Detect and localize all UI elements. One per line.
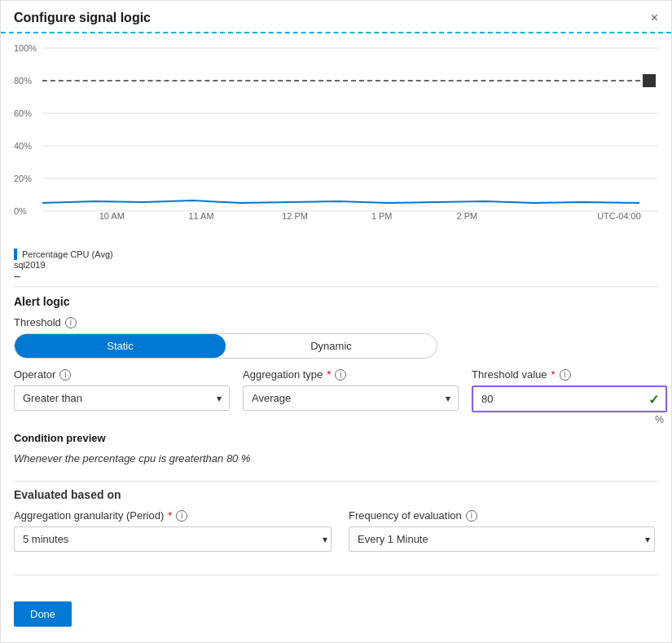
threshold-value-group: Threshold value * i ✓ % (472, 368, 667, 425)
alert-logic-section: Alert logic Threshold i Static Dynamic O… (1, 287, 671, 481)
frequency-group: Frequency of evaluation i Every 1 Minute… (349, 509, 658, 552)
threshold-label-row: Threshold i (14, 316, 658, 328)
aggregation-granularity-select[interactable]: 1 minute 5 minutes 15 minutes 30 minutes… (14, 526, 332, 552)
aggregation-granularity-label-row: Aggregation granularity (Period) * i (14, 509, 336, 522)
aggregation-type-group: Aggregation type * i Average Maximum Min… (243, 368, 459, 411)
static-toggle-btn[interactable]: Static (15, 334, 226, 358)
footer: Done (1, 588, 671, 640)
evaluated-based-on-title: Evaluated based on (14, 488, 658, 501)
threshold-check-icon: ✓ (648, 391, 659, 407)
svg-text:100%: 100% (14, 43, 37, 53)
svg-text:11 AM: 11 AM (188, 211, 213, 219)
frequency-info-icon[interactable]: i (466, 510, 477, 522)
operator-label: Operator (14, 368, 55, 381)
threshold-toggle-group: Static Dynamic (14, 333, 437, 359)
svg-text:40%: 40% (14, 141, 32, 151)
evaluated-based-on-section: Evaluated based on Aggregation granulari… (1, 482, 671, 558)
svg-rect-4 (643, 74, 656, 87)
condition-preview-title: Condition preview (14, 432, 658, 444)
aggregation-granularity-group: Aggregation granularity (Period) * i 1 m… (14, 509, 336, 552)
legend-resource: sql2019 (14, 260, 658, 270)
aggregation-type-label: Aggregation type (243, 368, 323, 381)
aggregation-type-label-row: Aggregation type * i (243, 368, 459, 381)
legend-dashes: -- (14, 270, 658, 283)
aggregation-granularity-select-wrapper: 1 minute 5 minutes 15 minutes 30 minutes… (14, 526, 336, 552)
frequency-label-row: Frequency of evaluation i (349, 509, 658, 522)
threshold-info-icon[interactable]: i (65, 317, 77, 328)
eval-row: Aggregation granularity (Period) * i 1 m… (14, 509, 658, 552)
svg-text:1 PM: 1 PM (371, 211, 393, 219)
alert-form-row: Operator i Greater than Less than Greate… (14, 368, 658, 425)
threshold-value-info-icon[interactable]: i (560, 369, 571, 381)
threshold-unit: % (472, 414, 667, 425)
chart-area: 100% 80% 60% 40% 20% 0% 10 AM 11 AM 12 P… (1, 33, 671, 245)
condition-preview-text: Whenever the percentage cpu is greaterth… (14, 452, 658, 465)
alert-logic-title: Alert logic (14, 295, 658, 308)
dynamic-toggle-btn[interactable]: Dynamic (226, 334, 437, 358)
chart-legend: Percentage CPU (Avg) sql2019 -- (1, 245, 671, 286)
svg-text:0%: 0% (14, 206, 27, 216)
threshold-value-label: Threshold value (472, 368, 547, 381)
aggregation-type-info-icon[interactable]: i (335, 369, 346, 381)
svg-text:10 AM: 10 AM (99, 211, 125, 219)
operator-group: Operator i Greater than Less than Greate… (14, 368, 230, 411)
threshold-value-label-row: Threshold value * i (472, 368, 667, 381)
svg-text:20%: 20% (14, 174, 32, 183)
threshold-label: Threshold (14, 316, 61, 328)
aggregation-type-select[interactable]: Average Maximum Minimum Total Count (243, 385, 459, 411)
configure-signal-panel: Configure signal logic × 100% 80% 60% 40… (0, 0, 672, 643)
threshold-value-input[interactable] (472, 385, 667, 412)
operator-select[interactable]: Greater than Less than Greater than or e… (14, 385, 230, 411)
aggregation-granularity-required: * (168, 509, 172, 522)
done-button[interactable]: Done (14, 601, 72, 627)
frequency-label: Frequency of evaluation (349, 509, 462, 522)
aggregation-type-required: * (327, 368, 331, 381)
frequency-select-wrapper: Every 1 Minute Every 5 Minutes Every 15 … (349, 526, 658, 552)
divider-3 (14, 575, 658, 575)
panel-title: Configure signal logic (14, 11, 151, 25)
svg-text:UTC-04:00: UTC-04:00 (597, 211, 641, 219)
frequency-select[interactable]: Every 1 Minute Every 5 Minutes Every 15 … (349, 526, 655, 552)
condition-preview: Condition preview Whenever the percentag… (14, 432, 658, 465)
threshold-value-required: * (551, 368, 556, 381)
svg-text:80%: 80% (14, 76, 32, 86)
operator-select-wrapper: Greater than Less than Greater than or e… (14, 385, 230, 411)
panel-header: Configure signal logic × (1, 1, 671, 33)
operator-label-row: Operator i (14, 368, 230, 381)
operator-info-icon[interactable]: i (59, 369, 71, 381)
svg-text:60%: 60% (14, 108, 32, 118)
aggregation-granularity-label: Aggregation granularity (Period) (14, 509, 164, 522)
aggregation-granularity-info-icon[interactable]: i (176, 510, 187, 522)
close-icon[interactable]: × (651, 11, 658, 25)
aggregation-type-select-wrapper: Average Maximum Minimum Total Count ▾ (243, 385, 459, 411)
chart-svg: 100% 80% 60% 40% 20% 0% 10 AM 11 AM 12 P… (14, 40, 658, 219)
threshold-input-wrapper: ✓ (472, 385, 667, 412)
legend-line: Percentage CPU (Avg) (14, 249, 658, 260)
svg-text:2 PM: 2 PM (457, 211, 478, 219)
svg-text:12 PM: 12 PM (282, 211, 308, 219)
legend-metric: Percentage CPU (Avg) (22, 249, 113, 259)
legend-bar (14, 249, 17, 260)
